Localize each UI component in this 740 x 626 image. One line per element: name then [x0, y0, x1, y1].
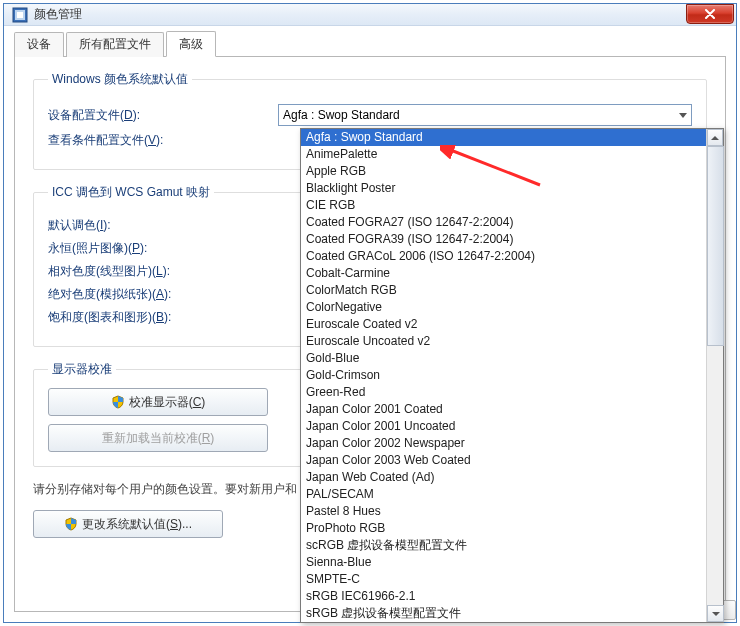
- dropdown-item[interactable]: Green-Red: [301, 384, 706, 401]
- dropdown-item[interactable]: Pastel 8 Hues: [301, 503, 706, 520]
- tabstrip: 设备 所有配置文件 高级: [14, 32, 726, 57]
- combo-device-profile[interactable]: Agfa : Swop Standard: [278, 104, 692, 126]
- dropdown-item[interactable]: ColorMatch RGB: [301, 282, 706, 299]
- tab-advanced[interactable]: 高级: [166, 31, 216, 57]
- dropdown-item[interactable]: Japan Color 2003 Web Coated: [301, 452, 706, 469]
- label-viewing-profile: 查看条件配置文件(V):: [48, 132, 278, 149]
- titlebar[interactable]: 颜色管理: [4, 4, 736, 26]
- dropdown-scrollbar[interactable]: [706, 129, 723, 622]
- row-device-profile: 设备配置文件(D): Agfa : Swop Standard: [48, 104, 692, 126]
- dropdown-item[interactable]: Blacklight Poster: [301, 180, 706, 197]
- dropdown-item[interactable]: Euroscale Uncoated v2: [301, 333, 706, 350]
- change-system-defaults-button[interactable]: 更改系统默认值(S)...: [33, 510, 223, 538]
- scroll-up-button[interactable]: [707, 129, 723, 146]
- dropdown-item[interactable]: SMPTE-C: [301, 571, 706, 588]
- svg-rect-2: [17, 12, 23, 18]
- label-device-profile: 设备配置文件(D):: [48, 107, 278, 124]
- calibrate-display-button[interactable]: 校准显示器(C): [48, 388, 268, 416]
- dropdown-item[interactable]: Cobalt-Carmine: [301, 265, 706, 282]
- dropdown-item[interactable]: Coated GRACoL 2006 (ISO 12647-2:2004): [301, 248, 706, 265]
- close-button[interactable]: [686, 4, 734, 24]
- app-icon: [12, 7, 28, 23]
- chevron-down-icon: [679, 113, 687, 118]
- shield-icon: [111, 395, 125, 409]
- scroll-down-button[interactable]: [707, 605, 724, 622]
- dropdown-item[interactable]: Coated FOGRA27 (ISO 12647-2:2004): [301, 214, 706, 231]
- label-absolute: 绝对色度(模拟纸张)(A):: [48, 286, 278, 303]
- dropdown-item[interactable]: Gold-Blue: [301, 350, 706, 367]
- dropdown-item[interactable]: Apple RGB: [301, 163, 706, 180]
- dropdown-item[interactable]: sRGB 虚拟设备模型配置文件: [301, 605, 706, 622]
- dropdown-item[interactable]: CIE RGB: [301, 197, 706, 214]
- label-relative: 相对色度(线型图片)(L):: [48, 263, 278, 280]
- dropdown-item[interactable]: ProPhoto RGB: [301, 520, 706, 537]
- dropdown-item[interactable]: Japan Color 2001 Uncoated: [301, 418, 706, 435]
- group-calibration-legend: 显示器校准: [48, 361, 116, 378]
- group-windows-defaults-legend: Windows 颜色系统默认值: [48, 71, 192, 88]
- label-perceptual: 永恒(照片图像)(P):: [48, 240, 278, 257]
- dropdown-item[interactable]: Japan Color 2001 Coated: [301, 401, 706, 418]
- dropdown-item[interactable]: Sienna-Blue: [301, 554, 706, 571]
- dropdown-item[interactable]: Euroscale Coated v2: [301, 316, 706, 333]
- dropdown-item[interactable]: PAL/SECAM: [301, 486, 706, 503]
- window-title: 颜色管理: [34, 6, 686, 23]
- dropdown-item[interactable]: sRGB IEC61966-2.1: [301, 588, 706, 605]
- tab-devices[interactable]: 设备: [14, 32, 64, 57]
- scrollbar-thumb[interactable]: [707, 146, 724, 346]
- dropdown-item[interactable]: Agfa : Swop Standard: [301, 129, 706, 146]
- dropdown-item[interactable]: Gold-Crimson: [301, 367, 706, 384]
- label-saturation: 饱和度(图表和图形)(B):: [48, 309, 278, 326]
- device-profile-dropdown[interactable]: Agfa : Swop StandardAnimePaletteApple RG…: [300, 128, 724, 623]
- dropdown-item[interactable]: Japan Web Coated (Ad): [301, 469, 706, 486]
- reload-calibration-button[interactable]: 重新加载当前校准(R): [48, 424, 268, 452]
- calibration-buttons: 校准显示器(C) 重新加载当前校准(R): [48, 388, 268, 452]
- tab-all-profiles[interactable]: 所有配置文件: [66, 32, 164, 57]
- group-icc-wcs-legend: ICC 调色到 WCS Gamut 映射: [48, 184, 214, 201]
- dropdown-item[interactable]: AnimePalette: [301, 146, 706, 163]
- dropdown-item[interactable]: ColorNegative: [301, 299, 706, 316]
- chevron-up-icon: [711, 136, 719, 140]
- shield-icon: [64, 517, 78, 531]
- dropdown-item[interactable]: scRGB 虚拟设备模型配置文件: [301, 537, 706, 554]
- dropdown-list[interactable]: Agfa : Swop StandardAnimePaletteApple RG…: [301, 129, 706, 622]
- combo-device-profile-value: Agfa : Swop Standard: [283, 108, 400, 122]
- close-icon: [704, 9, 716, 19]
- dropdown-item[interactable]: Coated FOGRA39 (ISO 12647-2:2004): [301, 231, 706, 248]
- dropdown-item[interactable]: Japan Color 2002 Newspaper: [301, 435, 706, 452]
- label-default-rendering: 默认调色(I):: [48, 217, 278, 234]
- chevron-down-icon: [712, 612, 720, 616]
